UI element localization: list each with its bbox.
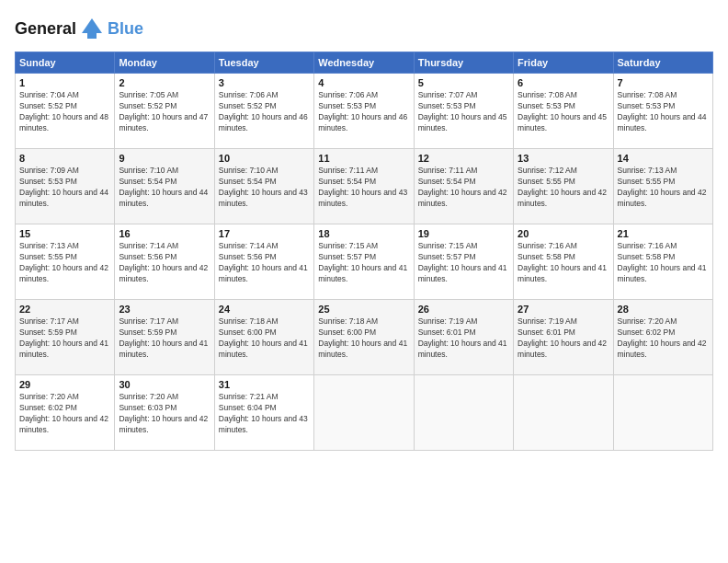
- table-row: 2 Sunrise: 7:05 AM Sunset: 5:52 PM Dayli…: [115, 74, 214, 149]
- table-row: 28 Sunrise: 7:20 AM Sunset: 6:02 PM Dayl…: [613, 300, 712, 375]
- day-number: 9: [119, 153, 210, 164]
- calendar-week-row: 15 Sunrise: 7:13 AM Sunset: 5:55 PM Dayl…: [16, 224, 713, 300]
- col-monday: Monday: [115, 52, 214, 74]
- table-row: 17 Sunrise: 7:14 AM Sunset: 5:56 PM Dayl…: [214, 224, 313, 300]
- day-number: 27: [518, 304, 609, 315]
- table-row: 24 Sunrise: 7:18 AM Sunset: 6:00 PM Dayl…: [214, 300, 313, 375]
- day-info: Sunrise: 7:14 AM Sunset: 5:56 PM Dayligh…: [119, 241, 210, 285]
- day-number: 8: [19, 153, 110, 164]
- day-info: Sunrise: 7:04 AM Sunset: 5:52 PM Dayligh…: [19, 90, 110, 134]
- table-row: 19 Sunrise: 7:15 AM Sunset: 5:57 PM Dayl…: [414, 224, 513, 300]
- table-row: 14 Sunrise: 7:13 AM Sunset: 5:55 PM Dayl…: [613, 149, 712, 224]
- calendar-page: General Blue Sunday Monday Tuesday Wedne…: [0, 0, 728, 563]
- calendar-week-row: 8 Sunrise: 7:09 AM Sunset: 5:53 PM Dayli…: [16, 149, 713, 224]
- day-info: Sunrise: 7:16 AM Sunset: 5:58 PM Dayligh…: [518, 241, 609, 285]
- table-row: 22 Sunrise: 7:17 AM Sunset: 5:59 PM Dayl…: [16, 300, 115, 375]
- table-row: 10 Sunrise: 7:10 AM Sunset: 5:54 PM Dayl…: [214, 149, 313, 224]
- day-info: Sunrise: 7:20 AM Sunset: 6:02 PM Dayligh…: [19, 392, 110, 436]
- table-row: 29 Sunrise: 7:20 AM Sunset: 6:02 PM Dayl…: [16, 375, 115, 451]
- day-number: 30: [119, 379, 210, 390]
- day-info: Sunrise: 7:13 AM Sunset: 5:55 PM Dayligh…: [618, 166, 709, 210]
- calendar-week-row: 1 Sunrise: 7:04 AM Sunset: 5:52 PM Dayli…: [16, 74, 713, 149]
- day-info: Sunrise: 7:15 AM Sunset: 5:57 PM Dayligh…: [418, 241, 509, 285]
- day-info: Sunrise: 7:20 AM Sunset: 6:03 PM Dayligh…: [119, 392, 210, 436]
- day-info: Sunrise: 7:19 AM Sunset: 6:01 PM Dayligh…: [418, 316, 509, 361]
- day-number: 12: [418, 153, 509, 164]
- col-saturday: Saturday: [613, 52, 712, 74]
- day-number: 2: [119, 77, 210, 88]
- day-number: 19: [418, 228, 509, 239]
- table-row: 25 Sunrise: 7:18 AM Sunset: 6:00 PM Dayl…: [314, 300, 414, 375]
- table-row: 26 Sunrise: 7:19 AM Sunset: 6:01 PM Dayl…: [414, 300, 513, 375]
- day-info: Sunrise: 7:08 AM Sunset: 5:53 PM Dayligh…: [618, 90, 709, 134]
- day-number: 7: [618, 77, 709, 88]
- table-row: 3 Sunrise: 7:06 AM Sunset: 5:52 PM Dayli…: [214, 74, 313, 149]
- empty-cell: [613, 375, 712, 451]
- day-info: Sunrise: 7:15 AM Sunset: 5:57 PM Dayligh…: [318, 241, 409, 285]
- empty-cell: [314, 375, 414, 451]
- calendar-week-row: 22 Sunrise: 7:17 AM Sunset: 5:59 PM Dayl…: [16, 300, 713, 375]
- col-friday: Friday: [514, 52, 613, 74]
- svg-rect-1: [87, 33, 97, 39]
- day-info: Sunrise: 7:09 AM Sunset: 5:53 PM Dayligh…: [19, 166, 110, 210]
- col-sunday: Sunday: [16, 52, 115, 74]
- day-info: Sunrise: 7:16 AM Sunset: 5:58 PM Dayligh…: [618, 241, 709, 285]
- table-row: 18 Sunrise: 7:15 AM Sunset: 5:57 PM Dayl…: [314, 224, 414, 300]
- day-info: Sunrise: 7:10 AM Sunset: 5:54 PM Dayligh…: [119, 166, 210, 210]
- day-number: 24: [219, 304, 310, 315]
- table-row: 12 Sunrise: 7:11 AM Sunset: 5:54 PM Dayl…: [414, 149, 513, 224]
- day-info: Sunrise: 7:11 AM Sunset: 5:54 PM Dayligh…: [418, 166, 509, 210]
- day-number: 31: [219, 379, 310, 390]
- day-info: Sunrise: 7:17 AM Sunset: 5:59 PM Dayligh…: [19, 316, 110, 361]
- day-number: 15: [19, 228, 110, 239]
- day-number: 26: [418, 304, 509, 315]
- table-row: 7 Sunrise: 7:08 AM Sunset: 5:53 PM Dayli…: [613, 74, 712, 149]
- day-number: 14: [618, 153, 709, 164]
- table-row: 30 Sunrise: 7:20 AM Sunset: 6:03 PM Dayl…: [115, 375, 214, 451]
- day-number: 29: [19, 379, 110, 390]
- logo: General Blue: [15, 15, 143, 42]
- day-info: Sunrise: 7:17 AM Sunset: 5:59 PM Dayligh…: [119, 316, 210, 361]
- day-number: 28: [618, 304, 709, 315]
- table-row: 15 Sunrise: 7:13 AM Sunset: 5:55 PM Dayl…: [16, 224, 115, 300]
- day-number: 13: [518, 153, 609, 164]
- day-info: Sunrise: 7:13 AM Sunset: 5:55 PM Dayligh…: [19, 241, 110, 285]
- day-number: 21: [618, 228, 709, 239]
- logo-icon: [78, 15, 106, 42]
- day-number: 17: [219, 228, 310, 239]
- day-info: Sunrise: 7:14 AM Sunset: 5:56 PM Dayligh…: [219, 241, 310, 285]
- day-number: 18: [318, 228, 409, 239]
- col-thursday: Thursday: [414, 52, 513, 74]
- table-row: 8 Sunrise: 7:09 AM Sunset: 5:53 PM Dayli…: [16, 149, 115, 224]
- day-number: 25: [318, 304, 409, 315]
- empty-cell: [414, 375, 513, 451]
- table-row: 31 Sunrise: 7:21 AM Sunset: 6:04 PM Dayl…: [214, 375, 313, 451]
- day-info: Sunrise: 7:07 AM Sunset: 5:53 PM Dayligh…: [418, 90, 509, 134]
- day-number: 20: [518, 228, 609, 239]
- day-number: 3: [219, 77, 310, 88]
- calendar-header-row: Sunday Monday Tuesday Wednesday Thursday…: [16, 52, 713, 74]
- logo-blue-text: Blue: [108, 19, 143, 39]
- col-wednesday: Wednesday: [314, 52, 414, 74]
- day-info: Sunrise: 7:20 AM Sunset: 6:02 PM Dayligh…: [618, 316, 709, 361]
- day-number: 22: [19, 304, 110, 315]
- svg-marker-0: [82, 18, 102, 33]
- table-row: 16 Sunrise: 7:14 AM Sunset: 5:56 PM Dayl…: [115, 224, 214, 300]
- day-info: Sunrise: 7:08 AM Sunset: 5:53 PM Dayligh…: [518, 90, 609, 134]
- table-row: 1 Sunrise: 7:04 AM Sunset: 5:52 PM Dayli…: [16, 74, 115, 149]
- day-info: Sunrise: 7:21 AM Sunset: 6:04 PM Dayligh…: [219, 392, 310, 436]
- day-info: Sunrise: 7:11 AM Sunset: 5:54 PM Dayligh…: [318, 166, 409, 210]
- table-row: 23 Sunrise: 7:17 AM Sunset: 5:59 PM Dayl…: [115, 300, 214, 375]
- calendar-table: Sunday Monday Tuesday Wednesday Thursday…: [15, 52, 713, 451]
- day-info: Sunrise: 7:12 AM Sunset: 5:55 PM Dayligh…: [518, 166, 609, 210]
- day-number: 4: [318, 77, 409, 88]
- day-info: Sunrise: 7:18 AM Sunset: 6:00 PM Dayligh…: [318, 316, 409, 361]
- day-number: 5: [418, 77, 509, 88]
- table-row: 21 Sunrise: 7:16 AM Sunset: 5:58 PM Dayl…: [613, 224, 712, 300]
- day-info: Sunrise: 7:06 AM Sunset: 5:52 PM Dayligh…: [219, 90, 310, 134]
- day-info: Sunrise: 7:10 AM Sunset: 5:54 PM Dayligh…: [219, 166, 310, 210]
- day-number: 16: [119, 228, 210, 239]
- day-info: Sunrise: 7:19 AM Sunset: 6:01 PM Dayligh…: [518, 316, 609, 361]
- calendar-week-row: 29 Sunrise: 7:20 AM Sunset: 6:02 PM Dayl…: [16, 375, 713, 451]
- day-number: 6: [518, 77, 609, 88]
